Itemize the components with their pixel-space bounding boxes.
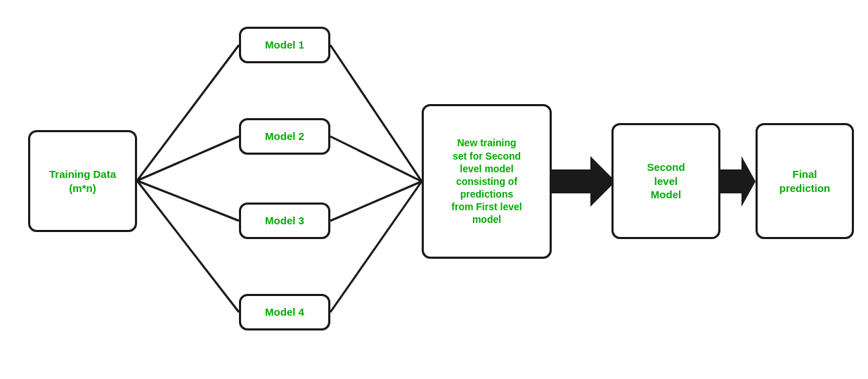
diagram-container: Training Data (m*n) Model 1 Model 2 Mode… <box>0 0 868 379</box>
training-data-label: Training Data (m*n) <box>49 167 116 195</box>
arrow-second-to-final <box>720 156 756 207</box>
model1-label: Model 1 <box>265 38 304 52</box>
model4-box: Model 4 <box>239 294 330 330</box>
line-to-model2 <box>137 136 239 181</box>
second-level-label: Second level Model <box>647 160 685 202</box>
line-to-model3 <box>137 181 239 221</box>
line-model1-to-new <box>330 45 422 181</box>
line-to-model1 <box>137 45 239 181</box>
model4-label: Model 4 <box>265 305 304 319</box>
new-training-label: New training set for Second level model … <box>451 136 522 226</box>
model1-box: Model 1 <box>239 27 330 63</box>
second-level-model-box: Second level Model <box>611 123 720 239</box>
model2-label: Model 2 <box>265 129 304 143</box>
training-data-box: Training Data (m*n) <box>28 130 137 232</box>
model3-label: Model 3 <box>265 214 304 228</box>
new-training-box: New training set for Second level model … <box>422 104 552 259</box>
line-to-model4 <box>137 181 239 312</box>
line-model2-to-new <box>330 136 422 181</box>
final-prediction-box: Final prediction <box>756 123 854 239</box>
line-model3-to-new <box>330 181 422 221</box>
model3-box: Model 3 <box>239 203 330 239</box>
model2-box: Model 2 <box>239 118 330 155</box>
arrow-new-to-second <box>552 156 616 207</box>
line-model4-to-new <box>330 181 422 312</box>
final-prediction-label: Final prediction <box>779 167 831 195</box>
